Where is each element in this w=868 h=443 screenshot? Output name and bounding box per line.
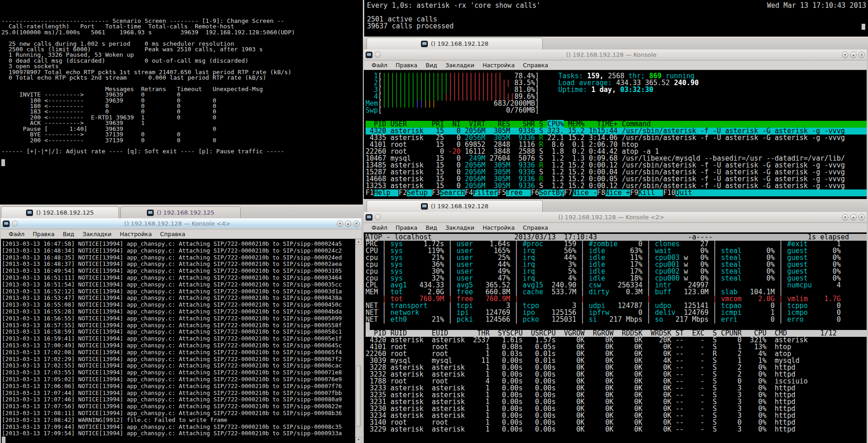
maximize-button[interactable]: ▴ (345, 221, 351, 227)
atop-line-segment: pcko (523, 315, 539, 324)
tab-192-168-192-125-1[interactable]: () 192.168.192.125 (1, 206, 119, 218)
maximize-button[interactable]: ▴ (850, 214, 857, 221)
tab-192-168-192-125-2[interactable]: () 192.168.192.125 (120, 206, 241, 218)
menu-item-Файл[interactable]: Файл (5, 231, 29, 238)
log-line (2, 437, 354, 443)
minimize-button[interactable]: ▾ (842, 52, 848, 58)
log-line: [2013-03-13 17:09:54] NOTICE[13994] app_… (2, 430, 354, 437)
log-line-segment: [2013-03-13 17:06:06] NOTICE[13994] app_… (2, 383, 342, 389)
scroll-up-icon[interactable]: ▲ (356, 239, 361, 245)
log-window: () 192.168.192.128 — Konsole <4> ▾ ▴ ✕ Ф… (0, 218, 363, 443)
watch-calls-processed: 39637 calls processed (367, 23, 866, 30)
htop-line-segment: Nice - (572, 189, 597, 197)
window-menu-icon[interactable] (12, 221, 18, 227)
asterisk-log-terminal[interactable]: ▲ ▼ [2013-03-13 16:47:58] NOTICE[13994] … (1, 239, 361, 443)
atop-line-segment: 0 (738, 315, 775, 324)
maximize-button[interactable]: ▴ (850, 52, 857, 58)
log-line: [2013-03-13 16:51:11] NOTICE[13994] app_… (2, 275, 354, 281)
tab-label: () 192.168.192.125 (157, 209, 215, 216)
tab-label: () 192.168.192.128 (431, 203, 489, 210)
log-line-segment: [2013-03-13 16:49:54] NOTICE[13994] app_… (2, 267, 342, 274)
log-line-segment: [2013-03-13 17:02:55] NOTICE[13994] app_… (2, 362, 342, 369)
terminal-icon (147, 210, 154, 216)
htop-terminal[interactable]: Tasks: 159, 2568 thr; 869 runningLoad av… (364, 70, 867, 199)
menu-item-Настройка[interactable]: Настройка (116, 231, 156, 238)
sipp-terminal[interactable]: ------------------------------ Scenario … (0, 0, 363, 205)
sipp-line: 200 <---------- 37139 0 0 0 (1, 138, 363, 143)
htop-line-segment: F5 (498, 189, 506, 197)
window-menu-icon[interactable] (375, 214, 381, 220)
htop-line-segment: F1 (366, 189, 374, 197)
menu-item-Справка[interactable]: Справка (519, 62, 552, 69)
log-line: [2013-03-13 16:55:08] NOTICE[13994] app_… (2, 302, 354, 308)
menu-item-Справка[interactable]: Справка (519, 224, 552, 231)
menu-item-Закладки[interactable]: Закладки (78, 231, 115, 238)
atop-line-segment: 3229 asterisk asterisk 1 0.00s 0.00s 0K … (366, 425, 795, 433)
menu-item-Настройка[interactable]: Настройка (479, 224, 519, 231)
menu-item-Вид[interactable]: Вид (421, 224, 441, 231)
menu-item-Правка[interactable]: Правка (29, 231, 59, 238)
tab-192-168-192-128-htop[interactable]: () 192.168.192.128 (367, 200, 543, 212)
atop-line: NET | eth0 21% | pcki 124566 | pcko 1250… (366, 316, 867, 323)
htop-line-segment: Kill (638, 189, 663, 197)
log-line-segment: [2013-03-13 16:52:12] NOTICE[13994] app_… (2, 288, 342, 295)
log-line: [2013-03-13 17:07:44] NOTICE[13994] app_… (2, 390, 354, 397)
log-line: [2013-03-13 17:08:42] WARNING[9912] file… (2, 417, 354, 424)
atop-line-segment: 0 (803, 315, 841, 324)
terminal-icon (366, 52, 372, 58)
menu-item-Закладки[interactable]: Закладки (441, 62, 478, 69)
minimize-button[interactable]: ▾ (842, 214, 848, 221)
log-line: [2013-03-13 16:55:28] NOTICE[13994] app_… (2, 308, 354, 315)
htop-line-segment: Filter (473, 189, 498, 197)
scrollbar-thumb[interactable] (356, 366, 361, 427)
log-window-titlebar[interactable]: () 192.168.192.128 — Konsole <4> ▾ ▴ ✕ (1, 218, 361, 229)
window-menu-icon[interactable] (375, 52, 381, 58)
sipp-line (1, 160, 363, 166)
scroll-down-icon[interactable]: ▼ (356, 437, 361, 443)
log-line-segment: [2013-03-13 17:07:46] NOTICE[13994] app_… (2, 396, 342, 403)
atop-line-segment: eth0 (390, 315, 407, 324)
atop-line-segment: | (444, 315, 457, 324)
watch-terminal[interactable]: Every 1,0s: asterisk -rx 'core show call… (363, 0, 868, 37)
close-button[interactable]: ✕ (858, 52, 865, 58)
scrollbar[interactable]: ▲ ▼ (355, 239, 361, 443)
log-line-segment: [2013-03-13 17:07:44] NOTICE[13994] app_… (2, 389, 342, 396)
htop-window-titlebar[interactable]: () 192.168.192.128 — Konsole ▾ ▴ ✕ (364, 49, 867, 60)
log-line-segment: [2013-03-13 17:07:56] NOTICE[13994] app_… (2, 403, 342, 410)
menu-item-Правка[interactable]: Правка (392, 224, 422, 231)
menu-item-Закладки[interactable]: Закладки (441, 224, 478, 231)
sipp-line: ------ [+|-|*|/]: Adjust rate ---- [q]: … (1, 149, 363, 154)
menu-item-Вид[interactable]: Вид (59, 231, 78, 238)
window-buttons: ▾ ▴ ✕ (337, 221, 360, 227)
menu-item-Файл[interactable]: Файл (367, 62, 392, 69)
atop-window-titlebar[interactable]: () 192.168.192.128 — Konsole <2> ▾ ▴ ✕ (364, 212, 867, 223)
log-line-segment: [2013-03-13 16:55:28] NOTICE[13994] app_… (2, 308, 342, 315)
menu-item-Справка[interactable]: Справка (156, 231, 189, 238)
konsole-tabbar-htop: () 192.168.192.128 (363, 199, 868, 212)
log-line: [2013-03-13 17:02:29] NOTICE[13994] app_… (2, 356, 354, 363)
log-line: [2013-03-13 16:56:55] NOTICE[13994] app_… (2, 315, 354, 322)
log-line-segment: [2013-03-13 17:05:02] NOTICE[13994] app_… (2, 376, 342, 383)
terminal-icon (26, 210, 33, 216)
menu-item-Настройка[interactable]: Настройка (479, 62, 519, 69)
htop-line: F1Help F2Setup F3SearchF4FilterF5Tree F6… (366, 189, 867, 196)
atop-line-segment: 124566 (473, 315, 510, 324)
atop-line-segment: 217 Mbps (663, 315, 708, 324)
menu-item-Файл[interactable]: Файл (367, 224, 392, 231)
log-line: [2013-03-13 17:00:49] NOTICE[13994] app_… (2, 342, 354, 349)
tab-192-168-192-128-watch[interactable]: () 192.168.192.128 (367, 38, 543, 49)
log-line-segment: [2013-03-13 16:56:55] NOTICE[13994] app_… (2, 315, 342, 322)
atop-terminal[interactable]: ATOP - localhost 2013/03/13 17:10:43 -a-… (364, 232, 867, 443)
menu-item-Правка[interactable]: Правка (392, 62, 422, 69)
window-buttons: ▾ ▴ ✕ (842, 214, 865, 221)
desktop: ------------------------------ Scenario … (0, 0, 868, 443)
log-line: [2013-03-13 16:49:54] NOTICE[13994] app_… (2, 268, 354, 275)
minimize-button[interactable]: ▾ (337, 221, 343, 227)
atop-line-segment: 217 Mbps (597, 315, 642, 324)
htop-line-segment: F2 (399, 189, 407, 197)
menu-item-Вид[interactable]: Вид (421, 62, 441, 69)
atop-line-segment: | (775, 315, 787, 324)
close-button[interactable]: ✕ (353, 221, 360, 227)
close-button[interactable]: ✕ (858, 214, 865, 221)
log-line-segment: [2013-03-13 16:48:37] NOTICE[13994] app_… (2, 260, 342, 267)
